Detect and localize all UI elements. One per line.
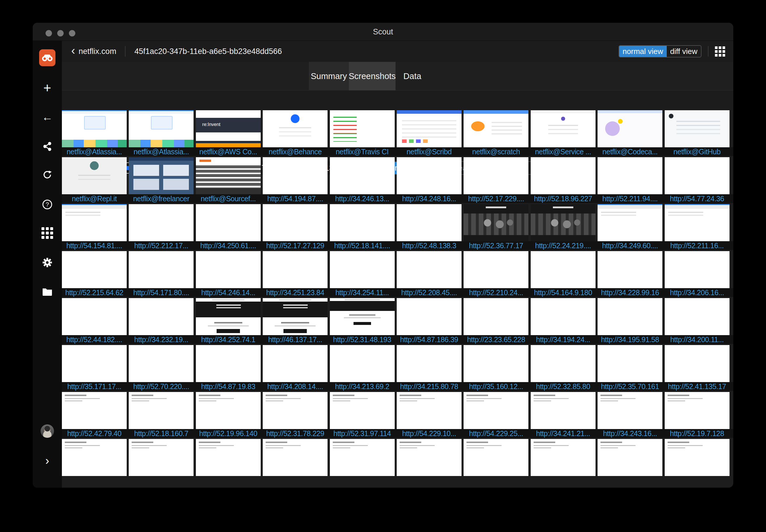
screenshot-link[interactable]: http://34.241.21... [529,429,597,438]
screenshot-link[interactable]: http://52.210.24... [463,288,529,297]
sidebar-item-chevron-right[interactable]: › [39,452,55,469]
screenshot-link[interactable]: http://23.23.65.228 [463,335,529,344]
screenshot-link[interactable]: http://34.251.23.84 [262,288,329,297]
user-avatar[interactable] [39,423,55,439]
screenshot-link[interactable]: http://52.32.85.80 [529,382,597,391]
screenshot-thumb[interactable] [196,439,261,476]
sidebar-item-back-arrow[interactable]: ← [39,109,55,125]
screenshot-link[interactable]: http://34.249.60.... [597,241,664,250]
screenshot-thumb[interactable] [397,392,461,429]
screenshot-link[interactable]: http://52.211.94.... [597,194,664,203]
screenshot-link[interactable]: http://54.194.87.... [262,194,329,203]
screenshot-link[interactable]: http://52.208.45.... [396,288,463,297]
tab-data[interactable]: Data [396,62,429,90]
screenshot-thumb[interactable] [196,251,261,288]
screenshot-thumb[interactable] [129,204,194,241]
screenshot-thumb[interactable] [263,345,328,382]
screenshot-thumb[interactable] [196,392,261,429]
screenshot-thumb[interactable] [397,110,461,147]
screenshot-thumb[interactable] [598,204,662,241]
screenshot-thumb[interactable] [129,439,194,476]
screenshot-thumb[interactable] [62,110,127,147]
screenshot-thumb[interactable] [598,439,662,476]
screenshot-thumb[interactable] [330,345,395,382]
screenshot-thumb[interactable] [531,251,596,288]
screenshot-link[interactable]: netflix@Repl.it [61,194,128,203]
screenshot-thumb[interactable] [531,439,596,476]
screenshot-thumb[interactable] [598,251,662,288]
screenshot-link[interactable]: netflix@Sourcef... [195,194,262,203]
screenshot-link[interactable]: http://52.44.182.... [61,335,128,344]
screenshot-thumb[interactable] [330,251,395,288]
sidebar-item-plus[interactable]: + [39,80,55,96]
screenshot-thumb[interactable] [531,157,596,194]
screenshot-thumb[interactable] [330,439,395,476]
sidebar-item-refresh[interactable] [39,167,55,183]
screenshot-link[interactable]: http://54.87.186.39 [396,335,463,344]
screenshot-link[interactable]: netflix@freelancer [128,194,195,203]
screenshot-thumb[interactable] [531,298,596,335]
screenshot-link[interactable]: http://54.164.9.180 [529,288,597,297]
screenshot-link[interactable]: netflix@Behance [262,147,329,156]
screenshot-thumb[interactable] [397,251,461,288]
screenshot-link[interactable]: http://52.31.78.229 [262,429,329,438]
screenshot-link[interactable]: netflix@Service ... [529,147,597,156]
screenshot-thumb[interactable] [196,298,261,335]
screenshot-link[interactable]: http://34.200.11... [664,335,730,344]
screenshot-link[interactable]: http://34.228.99.16 [597,288,664,297]
screenshot-link[interactable]: http://34.248.16... [396,194,463,203]
screenshot-thumb[interactable] [665,392,730,429]
screenshot-link[interactable]: http://54.229.10... [396,429,463,438]
screenshot-thumb[interactable] [665,439,730,476]
diff-view-button[interactable]: diff view [667,46,701,57]
screenshot-thumb[interactable] [263,157,328,194]
screenshot-thumb[interactable] [531,204,596,241]
screenshot-link[interactable]: http://54.154.81.... [61,241,128,250]
screenshot-link[interactable]: netflix@Codeca... [597,147,664,156]
screenshot-thumb[interactable] [263,204,328,241]
screenshot-link[interactable]: http://52.24.219.... [529,241,597,250]
screenshot-link[interactable]: http://46.137.17... [262,335,329,344]
screenshot-thumb[interactable] [62,392,127,429]
screenshot-thumb[interactable] [397,298,461,335]
screenshot-thumb[interactable] [196,157,261,194]
screenshot-thumb[interactable] [129,157,194,194]
screenshot-link[interactable]: http://52.31.48.193 [329,335,396,344]
screenshot-thumb[interactable] [464,298,528,335]
screenshot-link[interactable]: http://34.246.13... [329,194,396,203]
screenshot-link[interactable]: http://52.19.7.128 [664,429,730,438]
screenshot-link[interactable]: http://54.77.24.36 [664,194,730,203]
screenshot-thumb[interactable] [330,110,395,147]
screenshot-thumb[interactable] [598,392,662,429]
screenshot-thumb[interactable] [196,204,261,241]
screenshot-link[interactable]: http://34.194.24... [529,335,597,344]
screenshot-link[interactable]: http://35.160.12... [463,382,529,391]
screenshot-thumb[interactable] [531,110,596,147]
screenshot-link[interactable]: http://52.41.135.17 [664,382,730,391]
screenshot-thumb[interactable] [330,204,395,241]
screenshot-thumb[interactable] [397,439,461,476]
screenshot-thumb[interactable] [665,157,730,194]
screenshot-thumb[interactable] [263,439,328,476]
screenshot-thumb[interactable] [62,204,127,241]
screenshot-link[interactable]: netflix@Atlassia... [61,147,128,156]
screenshot-link[interactable]: http://34.232.19... [128,335,195,344]
screenshot-thumb[interactable] [464,110,528,147]
screenshot-thumb[interactable] [598,298,662,335]
screenshot-thumb[interactable] [330,392,395,429]
screenshot-link[interactable]: http://52.215.64.62 [61,288,128,297]
tab-screenshots[interactable]: Screenshots [349,62,396,90]
screenshot-link[interactable]: http://52.35.70.161 [597,382,664,391]
site-label[interactable]: netflix.com [78,47,116,56]
screenshot-link[interactable]: http://52.17.229.... [463,194,529,203]
screenshot-link[interactable]: http://34.250.61.... [195,241,262,250]
screenshot-thumb[interactable] [62,439,127,476]
screenshot-thumb[interactable] [665,251,730,288]
screenshot-link[interactable]: http://54.246.14... [195,288,262,297]
screenshot-thumb[interactable] [62,298,127,335]
screenshot-link[interactable]: http://52.211.16... [664,241,730,250]
screenshot-thumb[interactable] [196,110,261,147]
screenshot-link[interactable]: http://34.208.14.... [262,382,329,391]
back-chevron-icon[interactable]: ‹ [71,45,75,56]
screenshot-link[interactable]: http://35.171.17... [61,382,128,391]
